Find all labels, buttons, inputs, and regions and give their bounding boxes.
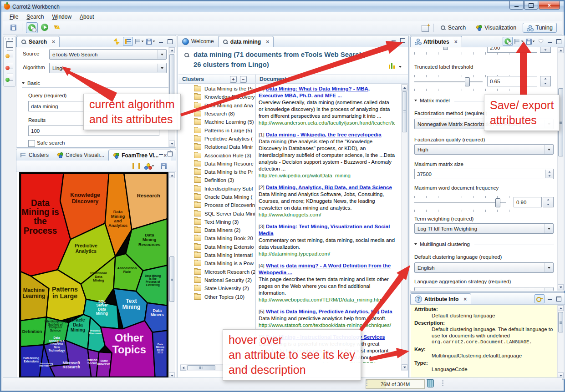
matrix-model-section[interactable]: Matrix model	[414, 98, 450, 103]
fast-view-errors[interactable]	[7, 62, 13, 70]
document-url[interactable]: http://www.webopedia.com/TERM/D/data_min…	[259, 297, 395, 303]
cluster-tree-item[interactable]: Predictive Analytics (	[178, 135, 255, 143]
truncated-spinner[interactable]	[540, 76, 551, 86]
dropdown-icon[interactable]	[399, 66, 402, 68]
tab-data-mining[interactable]: data mining×	[218, 36, 274, 47]
cluster-tree-item[interactable]: Data Mining is the Pr	[178, 85, 255, 93]
pause-animation-button[interactable]	[131, 161, 141, 171]
viz-scrollbar[interactable]	[168, 172, 175, 379]
cluster-tree-item[interactable]: Patterns in Large (5)	[178, 126, 255, 134]
cluster-tree-item[interactable]: Interdisciplinary Subf	[178, 185, 255, 193]
minimize-view-button[interactable]	[546, 38, 554, 45]
garbage-collect-button[interactable]	[427, 380, 434, 388]
open-perspective-button[interactable]	[420, 23, 431, 33]
view-menu-button[interactable]	[537, 38, 545, 45]
language-aggregation-combo[interactable]	[414, 287, 554, 291]
restart-button[interactable]	[51, 22, 62, 32]
maximize-view-button[interactable]	[166, 38, 174, 45]
layout-columns-button[interactable]	[389, 63, 395, 70]
tab-attributes[interactable]: Attributes×	[410, 36, 462, 47]
close-icon[interactable]: ×	[52, 40, 55, 44]
cluster-tree-item[interactable]: Association Rule (3)	[178, 151, 255, 159]
basic-section-header[interactable]: Basic	[22, 80, 40, 86]
fast-view-processes[interactable]	[7, 74, 13, 82]
cluster-tree-item[interactable]: Data Mining Extensio	[178, 243, 255, 251]
documents-scrollbar[interactable]	[401, 84, 408, 371]
menu-file[interactable]: File	[5, 13, 22, 21]
minimize-view-button[interactable]	[157, 151, 165, 157]
tab-attribute-info[interactable]: ? Attribute Info×	[410, 293, 471, 304]
document-url[interactable]: http://datamining.typepad.com/	[259, 251, 395, 257]
top-value-field[interactable]: 2.00	[487, 47, 537, 53]
menu-search[interactable]: Search	[22, 13, 48, 21]
collapse-all-button[interactable]: −	[240, 76, 247, 83]
cluster-tree-item[interactable]: Data Mining Resourc	[178, 160, 255, 168]
maximize-view-button[interactable]	[555, 296, 563, 302]
close-icon[interactable]: ×	[454, 40, 458, 44]
fast-view-attributes[interactable]	[7, 50, 13, 58]
document-title-link[interactable]: Data Mining, Analytics, Big Data, and Da…	[266, 185, 392, 190]
save-toolbar-button[interactable]	[8, 22, 19, 32]
perspective-visualization[interactable]: Visualization	[472, 23, 520, 32]
swap-source-button[interactable]	[112, 37, 122, 46]
document-url[interactable]: http://en.wikipedia.org/wiki/Data_mining	[259, 172, 395, 179]
cluster-tree-item[interactable]: Machine Learning (5)	[178, 118, 255, 126]
foamtree-visualization[interactable]: DataMining istheProcessKnowledgeDiscover…	[20, 173, 167, 377]
live-update-button[interactable]	[503, 37, 513, 46]
cluster-tree-item[interactable]: Data Mining Book 20	[178, 234, 255, 242]
close-icon[interactable]: ×	[266, 40, 269, 44]
term-weighting-combo[interactable]: Log Tf Idf Term Weighting	[414, 223, 554, 234]
cluster-tree-item[interactable]: SQL Server Data Mini	[178, 209, 255, 217]
source-combo[interactable]: eTools Web Search	[49, 49, 167, 60]
tab-clusters-viz[interactable]: Clusters	[16, 150, 53, 161]
cluster-tree-item[interactable]: Relational Data Minir	[178, 143, 255, 151]
save-image-button[interactable]	[158, 161, 168, 171]
minimize-editor-button[interactable]	[390, 37, 397, 44]
document-title-link[interactable]: What is Data Mining, Predictive Analytic…	[266, 309, 392, 314]
cluster-tree-item[interactable]: Microsoft Research (2	[178, 268, 255, 276]
max-word-slider[interactable]	[414, 198, 506, 208]
document-title-link[interactable]: What is data mining? - A Word Definition…	[259, 263, 391, 275]
cluster-tree-item[interactable]: National Security (2)	[178, 276, 255, 284]
truncated-slider[interactable]	[414, 77, 483, 87]
save-attributes-button[interactable]	[525, 37, 535, 46]
close-icon[interactable]: ×	[463, 297, 467, 302]
process-scheduled-button[interactable]	[26, 22, 38, 33]
process-button[interactable]	[39, 22, 50, 32]
perspective-search[interactable]: Search	[437, 23, 470, 32]
max-word-spinner[interactable]	[543, 197, 554, 207]
maximize-button[interactable]	[524, 1, 538, 10]
document-url[interactable]: http://www.statsoft.com/textbook/data-mi…	[259, 322, 395, 329]
document-url[interactable]: http://www.anderson.ucla.edu/faculty/jas…	[259, 120, 395, 126]
color-scheme-button[interactable]	[143, 161, 156, 171]
cluster-tree-item[interactable]: Knowledge Discovery	[178, 93, 255, 101]
tree-layout-button[interactable]	[134, 37, 144, 46]
maximize-editor-button[interactable]	[399, 37, 407, 44]
minimize-button[interactable]	[509, 1, 524, 10]
foamtree-canvas[interactable]: DataMining istheProcessKnowledgeDiscover…	[19, 172, 168, 378]
tab-welcome[interactable]: Welcome	[178, 36, 218, 47]
document-title-link[interactable]: Data Mining: What is Data Mining? - MBA,…	[259, 86, 370, 98]
maximize-view-button[interactable]	[166, 151, 174, 157]
attribute-grouping-button[interactable]	[514, 37, 524, 46]
algorithm-combo[interactable]: Lingo	[49, 63, 167, 73]
factorization-quality-combo[interactable]: High	[414, 144, 554, 155]
cluster-tree-item[interactable]: Oracle Data Mining (	[178, 193, 255, 201]
save-search-button[interactable]	[146, 37, 156, 46]
cluster-tree-item[interactable]: Data Miners (2)	[178, 226, 255, 234]
cluster-tree-item[interactable]: Data Mining is the Pr	[178, 168, 255, 176]
multilingual-section[interactable]: Multilingual clustering	[414, 241, 470, 247]
cluster-tree-item[interactable]: Data Mining and Ana	[178, 101, 255, 110]
menu-window[interactable]: Window	[48, 13, 76, 21]
cluster-tree-item[interactable]: State University (2)	[178, 284, 255, 292]
document-title-link[interactable]: Data mining - Wikipedia, the free encycl…	[266, 132, 382, 137]
max-word-field[interactable]: 0.90	[514, 197, 542, 207]
perspective-tuning[interactable]: Tuning	[523, 23, 557, 33]
cluster-tree-item[interactable]: Other Topics (10)	[178, 292, 255, 301]
attribute-info-scrollbar[interactable]	[557, 305, 564, 379]
simple-layout-button[interactable]	[123, 37, 133, 46]
show-details-button[interactable]	[534, 294, 545, 303]
document-title-link[interactable]: Data Mining: Text Mining, Visualization …	[259, 224, 390, 236]
minimize-view-button[interactable]	[546, 296, 554, 302]
safe-search-checkbox[interactable]	[28, 140, 35, 147]
